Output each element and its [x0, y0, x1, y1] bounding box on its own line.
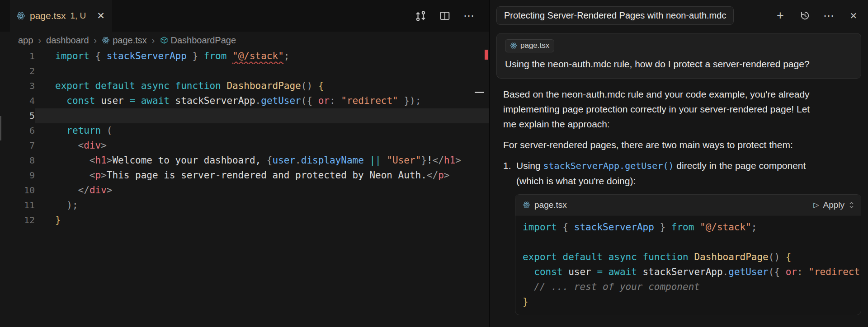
code-line[interactable]: const user = await stackServerApp.getUse… [523, 265, 861, 280]
code-line[interactable] [523, 235, 861, 250]
list-item: 1. Using stackServerApp.getUser() direct… [503, 158, 861, 188]
chevron-right-icon: › [94, 35, 97, 46]
code-line[interactable]: export default async function DashboardP… [523, 250, 861, 265]
breadcrumb-item-symbol[interactable]: DashboardPage [160, 35, 236, 46]
history-button[interactable] [798, 9, 811, 22]
line-number: 7 [0, 138, 35, 153]
editor-pane: page.tsx 1, U ✕ ⋯ app › dashboard › pa [0, 0, 489, 327]
line-number: 1 [0, 49, 35, 64]
inline-code: stackServerApp.getUser() [543, 160, 674, 171]
context-file-chip[interactable]: page.tsx [505, 39, 554, 52]
line-number: 3 [0, 79, 35, 93]
code-block-card: page.tsx ▷ Apply import { stackServerApp… [515, 194, 861, 315]
code-line[interactable]: 1import { stackServerApp } from "@/stack… [0, 49, 489, 64]
new-chat-button[interactable]: + [774, 9, 787, 22]
code-line[interactable]: 2 [0, 64, 489, 79]
assistant-paragraph: Based on the neon-auth.mdc rule and your… [503, 87, 820, 131]
chat-more-button[interactable]: ⋯ [823, 9, 835, 22]
code-line[interactable]: 3export default async function Dashboard… [0, 79, 489, 93]
overview-error-marker [485, 50, 488, 60]
user-message: page.tsx Using the neon-auth.mdc rule, h… [496, 33, 861, 79]
open-changes-button[interactable] [414, 9, 427, 22]
pane-edge-indicator [0, 116, 1, 140]
overview-cursor-marker [475, 92, 484, 93]
chat-panel: Protecting Server-Rendered Pages with ne… [490, 0, 868, 327]
line-number: 6 [0, 123, 35, 138]
editor-more-button[interactable]: ⋯ [463, 9, 476, 22]
symbol-cube-icon [160, 36, 168, 44]
apply-button[interactable]: ▷ Apply [813, 197, 854, 212]
chat-header-actions: + ⋯ ✕ [769, 9, 860, 22]
code-block-header: page.tsx ▷ Apply [515, 195, 861, 215]
editor-actions: ⋯ [414, 0, 489, 32]
code-line[interactable]: 9 <p>This page is server-rendered and pr… [0, 168, 489, 183]
react-file-icon [102, 36, 110, 44]
close-tab-icon[interactable]: ✕ [97, 10, 105, 21]
close-panel-icon[interactable]: ✕ [847, 9, 860, 22]
line-number: 10 [0, 183, 35, 198]
editor-tabbar: page.tsx 1, U ✕ ⋯ [0, 0, 489, 32]
chevron-right-icon: › [38, 35, 41, 46]
split-editor-button[interactable] [439, 9, 451, 22]
assistant-paragraph: For server-rendered pages, there are two… [503, 137, 861, 152]
expand-chevrons-icon [849, 201, 854, 210]
breadcrumb-item-app[interactable]: app [18, 35, 33, 46]
code-editor[interactable]: 1import { stackServerApp } from "@/stack… [0, 49, 489, 228]
user-question-text: Using the neon-auth.mdc rule, how do I p… [505, 57, 853, 71]
code-line[interactable]: 6 return ( [0, 123, 489, 138]
list-content: Using stackServerApp.getUser() directly … [516, 158, 833, 188]
code-line[interactable]: 10 </div> [0, 183, 489, 198]
code-line[interactable]: 12} [0, 213, 489, 228]
breadcrumb-item-file[interactable]: page.tsx [102, 35, 147, 46]
line-number: 9 [0, 168, 35, 183]
line-number: 12 [0, 213, 35, 228]
app-root: page.tsx 1, U ✕ ⋯ app › dashboard › pa [0, 0, 868, 327]
chat-header: Protecting Server-Rendered Pages with ne… [490, 0, 868, 25]
chat-title[interactable]: Protecting Server-Rendered Pages with ne… [496, 6, 734, 25]
breadcrumb: app › dashboard › page.tsx › DashboardPa… [0, 32, 489, 49]
tab-dirty-badge: 1, U [70, 11, 86, 21]
play-icon: ▷ [813, 197, 819, 212]
line-number: 11 [0, 198, 35, 213]
react-file-icon [510, 42, 517, 49]
code-line[interactable]: import { stackServerApp } from "@/stack"… [523, 220, 861, 235]
code-line[interactable]: 7 <div> [0, 138, 489, 153]
chevron-right-icon: › [152, 35, 155, 46]
tab-label: page.tsx [30, 10, 66, 21]
code-line[interactable]: // ... rest of your component [523, 280, 861, 294]
code-block-filename: page.tsx [523, 197, 567, 212]
react-file-icon [16, 11, 25, 20]
code-line[interactable]: 11 ); [0, 198, 489, 213]
assistant-message: Based on the neon-auth.mdc rule and your… [496, 87, 861, 315]
code-line[interactable]: 5 [0, 108, 489, 123]
line-number: 4 [0, 93, 35, 108]
line-number: 8 [0, 153, 35, 168]
code-line[interactable]: } [523, 294, 861, 309]
code-block-content[interactable]: import { stackServerApp } from "@/stack"… [515, 215, 861, 315]
react-file-icon [523, 201, 530, 209]
chat-conversation: page.tsx Using the neon-auth.mdc rule, h… [490, 25, 868, 327]
line-number: 5 [0, 108, 35, 123]
code-line[interactable]: 4 const user = await stackServerApp.getU… [0, 93, 489, 108]
line-number: 2 [0, 64, 35, 79]
tab-page-tsx[interactable]: page.tsx 1, U ✕ [10, 0, 112, 32]
list-marker: 1. [503, 158, 516, 188]
breadcrumb-item-dashboard[interactable]: dashboard [46, 35, 89, 46]
code-line[interactable]: 8 <h1>Welcome to your dashboard, {user.d… [0, 153, 489, 168]
